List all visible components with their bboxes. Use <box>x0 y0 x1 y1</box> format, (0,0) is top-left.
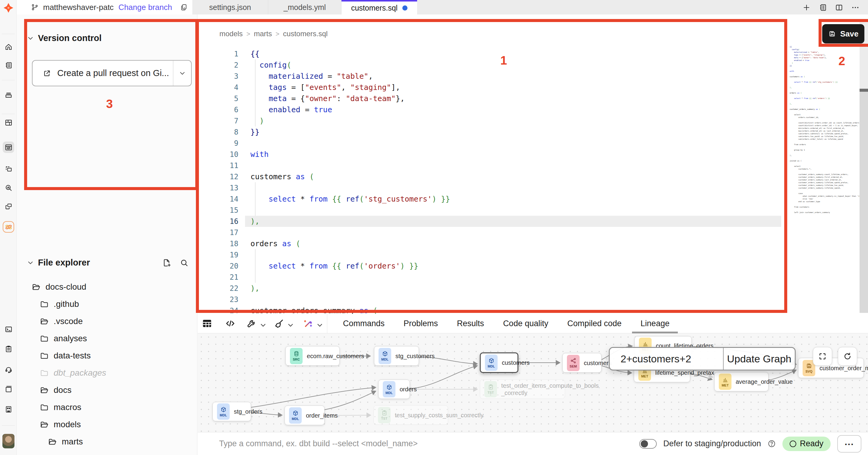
rail-item-docs-book[interactable] <box>3 383 14 395</box>
code-line[interactable]: 13 <box>198 182 868 193</box>
code-line[interactable]: 8}} <box>198 126 868 138</box>
refresh-button[interactable] <box>838 347 857 366</box>
code-line[interactable]: 9 <box>198 138 868 149</box>
tree-item--github[interactable]: .github <box>40 297 79 311</box>
code-line[interactable]: 3 materialized = "table", <box>198 70 868 82</box>
rail-item-search-insights[interactable] <box>3 182 14 193</box>
save-button[interactable]: Save <box>822 24 864 44</box>
code-line[interactable]: 15 <box>198 205 868 216</box>
bottom-tab-code-quality[interactable]: Code quality <box>503 314 548 333</box>
code-line[interactable]: 10with <box>198 149 868 160</box>
tree-item-marts[interactable]: marts <box>48 435 83 448</box>
rail-item-drawer[interactable] <box>3 89 14 101</box>
code-line[interactable]: 12customers as ( <box>198 171 868 182</box>
magic-pen-icon[interactable] <box>303 318 313 329</box>
rail-item-clipboard[interactable] <box>3 343 14 354</box>
rail-item-organization[interactable] <box>3 403 14 415</box>
bottom-tab-compiled-code[interactable]: Compiled code <box>567 314 621 333</box>
code-line[interactable]: 21 <box>198 272 868 283</box>
bottom-tab-commands[interactable]: Commands <box>343 314 384 333</box>
lineage-node-customers-semantic[interactable]: SEMcustomers <box>562 353 601 373</box>
file-explorer-header[interactable]: File explorer <box>27 258 90 267</box>
tree-item-docs[interactable]: docs <box>40 383 71 397</box>
search-icon[interactable] <box>180 258 189 267</box>
branch-name[interactable]: matthewshaver-patc <box>43 3 114 12</box>
build-wrench-icon[interactable] <box>246 318 257 329</box>
code-line[interactable]: 4 tags = ["events", "staging"], <box>198 82 868 93</box>
bottom-tab-results[interactable]: Results <box>457 314 484 333</box>
code-line[interactable]: 20 select * from {{ ref('orders') }} <box>198 260 868 272</box>
tab-_models-yml[interactable]: _models.yml <box>268 0 341 15</box>
lineage-node-ecom-raw-customers[interactable]: SRCecom.raw_customers <box>285 346 340 366</box>
rail-item-windows[interactable] <box>3 201 14 212</box>
dbt-logo-icon[interactable] <box>4 3 13 13</box>
bottom-tab-problems[interactable]: Problems <box>404 314 438 333</box>
code-line[interactable]: 23 <box>198 294 868 305</box>
code-line[interactable]: 17 <box>198 227 868 238</box>
change-branch-link[interactable]: Change branch <box>119 3 172 12</box>
tab-customers-sql[interactable]: customers.sql <box>341 0 417 15</box>
preview-table-icon[interactable] <box>202 318 213 329</box>
split-view-icon[interactable] <box>835 3 843 12</box>
tree-item-dbt_packages[interactable]: dbt_packages <box>40 366 106 379</box>
code-line[interactable]: 22), <box>198 283 868 294</box>
tree-item-docs-cloud[interactable]: docs-cloud <box>32 280 86 293</box>
notebook-panel-icon[interactable] <box>818 3 827 12</box>
code-line[interactable]: 6 enabled = true <box>198 104 868 115</box>
lineage-node-order-items[interactable]: MDLorder_items <box>284 405 324 425</box>
rail-item-notebook[interactable] <box>3 59 14 71</box>
lineage-node-test-order-items[interactable]: TSTtest_order_items_compute_to_bools_cor… <box>480 379 565 399</box>
rail-item-dashboard[interactable] <box>3 117 14 128</box>
user-avatar[interactable] <box>2 434 14 448</box>
more-actions-button[interactable]: ... <box>837 435 861 453</box>
tab-settings-json[interactable]: settings.json <box>192 0 268 15</box>
bottom-tab-lineage[interactable]: Lineage <box>641 314 670 333</box>
update-graph-button[interactable]: Update Graph <box>723 348 795 370</box>
create-pr-button[interactable]: Create a pull request on Gi... <box>33 61 173 86</box>
code-line[interactable]: 5 meta = {"owner": "data-team"}, <box>198 93 868 104</box>
code-line[interactable]: 19 <box>198 249 868 260</box>
rail-item-copilot[interactable] <box>3 221 14 233</box>
editor-minimap[interactable]: {{ config( materialized = "table", tags … <box>789 45 858 214</box>
format-broom-icon[interactable] <box>274 318 284 329</box>
code-line[interactable]: 16), <box>198 216 868 227</box>
chevron-down-icon[interactable] <box>287 320 294 331</box>
code-line[interactable]: 1{{ <box>198 48 868 59</box>
chevron-down-icon[interactable] <box>259 320 267 331</box>
lineage-node-orders[interactable]: MDLorders <box>378 379 410 399</box>
rail-item-code-editor[interactable] <box>3 142 14 153</box>
rail-item-home[interactable] <box>3 41 14 53</box>
code-line[interactable]: 11 <box>198 160 868 171</box>
lineage-selector-input[interactable]: 2+customers+2 <box>610 348 723 370</box>
new-tab-plus-icon[interactable] <box>802 3 811 12</box>
chevron-down-icon[interactable] <box>316 320 324 331</box>
lineage-node-average-order-value[interactable]: METaverage_order_value <box>714 372 769 391</box>
code-line[interactable]: 2 config( <box>198 59 868 70</box>
code-line[interactable]: 14 select * from {{ ref('stg_customers')… <box>198 193 868 205</box>
create-pr-dropdown-button[interactable] <box>173 61 191 86</box>
help-icon[interactable] <box>768 439 776 448</box>
tree-item--vscode[interactable]: .vscode <box>40 315 83 328</box>
new-file-icon[interactable] <box>162 258 171 267</box>
more-options-icon[interactable] <box>851 3 860 12</box>
tree-item-macros[interactable]: macros <box>40 401 82 414</box>
version-control-header[interactable]: Version control <box>27 33 101 43</box>
tree-item-models[interactable]: models <box>40 418 81 431</box>
code-line[interactable]: 18orders as ( <box>198 238 868 249</box>
editor-scrollbar[interactable] <box>860 19 868 313</box>
lineage-node-customers-model[interactable]: MDLcustomers <box>480 352 518 373</box>
copy-icon[interactable] <box>180 3 188 11</box>
code-editor[interactable]: models>marts>customers.sql 1{{2 config(3… <box>198 15 868 314</box>
rail-item-headset[interactable] <box>3 364 14 375</box>
command-input[interactable]: Type a command, ex. dbt build --select <… <box>219 439 418 448</box>
code-icon[interactable] <box>225 318 236 329</box>
lineage-node-test-supply-costs[interactable]: TSTtest_supply_costs_sum_correctly <box>373 405 448 425</box>
rail-item-frame[interactable] <box>3 163 14 175</box>
code-line[interactable]: 7 ) <box>198 115 868 126</box>
rail-item-terminal[interactable] <box>3 323 14 335</box>
lineage-node-stg-orders[interactable]: MDLstg_orders <box>213 402 251 421</box>
tree-item-analyses[interactable]: analyses <box>40 332 87 345</box>
lineage-panel[interactable]: SRCecom.raw_customersMDLstg_customersMDL… <box>198 333 868 432</box>
tree-item-data-tests[interactable]: data-tests <box>40 349 91 362</box>
lineage-node-stg-customers[interactable]: MDLstg_customers <box>374 346 419 366</box>
